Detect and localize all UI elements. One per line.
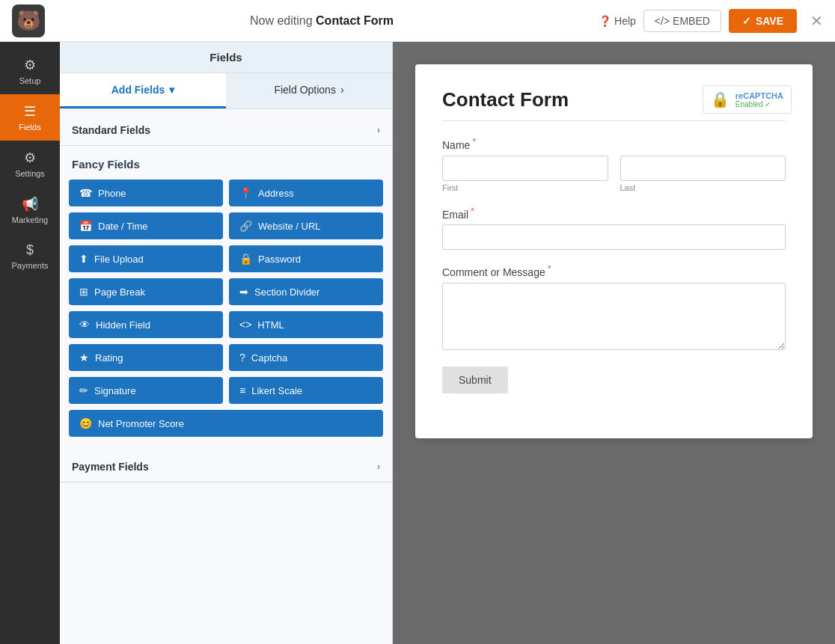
field-btn-phone[interactable]: ☎ Phone — [69, 180, 223, 206]
payment-fields-label: Payment Fields — [72, 461, 149, 473]
embed-label: EMBED — [673, 15, 710, 27]
field-btn-likert-scale[interactable]: ≡ Likert Scale — [229, 377, 383, 404]
logo: 🐻 — [12, 4, 45, 37]
section-divider-label: Section Divider — [254, 286, 319, 298]
net-promoter-score-label: Net Promoter Score — [98, 418, 184, 429]
page-break-label: Page Break — [94, 286, 145, 298]
field-btn-signature[interactable]: ✏ Signature — [69, 377, 223, 404]
payment-fields-section[interactable]: Payment Fields › — [60, 452, 392, 482]
rating-label: Rating — [95, 352, 123, 364]
tab-add-fields[interactable]: Add Fields ▾ — [60, 73, 226, 108]
html-label: HTML — [257, 319, 284, 331]
embed-button[interactable]: </> EMBED — [643, 10, 721, 32]
submit-label: Submit — [459, 374, 492, 386]
fancy-fields-section: Fancy Fields ☎ Phone 📍 Address 📅 Date / … — [60, 146, 392, 443]
name-label: Name * — [442, 136, 786, 151]
close-button[interactable]: ✕ — [810, 12, 823, 30]
preview-area: Contact Form 🔒 reCAPTCHA Enabled ✓ Name … — [393, 42, 835, 644]
field-btn-rating[interactable]: ★ Rating — [69, 344, 223, 371]
signature-icon: ✏ — [79, 384, 88, 396]
sidebar-item-setup-label: Setup — [19, 76, 41, 85]
main-layout: ⚙ Setup ☰ Fields ⚙ Settings 📢 Marketing … — [0, 42, 835, 644]
save-check-icon: ✓ — [742, 15, 751, 27]
tab-field-options[interactable]: Field Options › — [226, 73, 392, 108]
field-btn-net-promoter-score[interactable]: 😊 Net Promoter Score — [69, 410, 383, 437]
sidebar-item-settings-label: Settings — [15, 169, 45, 178]
field-btn-address[interactable]: 📍 Address — [229, 180, 383, 206]
field-btn-html[interactable]: <> HTML — [229, 311, 383, 338]
field-btn-date-time[interactable]: 📅 Date / Time — [69, 212, 223, 239]
help-button[interactable]: ❓ Help — [599, 15, 636, 27]
comment-label: Comment or Message * — [442, 263, 786, 278]
website-icon: 🔗 — [239, 220, 252, 232]
sidebar-item-settings[interactable]: ⚙ Settings — [0, 141, 60, 187]
fields-icon: ☰ — [24, 103, 36, 120]
name-first-sub: First — [442, 183, 608, 192]
comment-textarea[interactable] — [442, 283, 786, 350]
section-divider-icon: ➡ — [239, 286, 248, 298]
comment-label-text: Comment or Message — [442, 266, 545, 278]
form-title-divider — [442, 120, 786, 121]
form-field-comment: Comment or Message * — [442, 263, 786, 353]
page-break-icon: ⊞ — [79, 286, 88, 298]
form-field-email: Email * — [442, 206, 786, 251]
help-icon: ❓ — [599, 15, 611, 27]
form-card: Contact Form 🔒 reCAPTCHA Enabled ✓ Name … — [415, 64, 813, 438]
sidebar-item-setup[interactable]: ⚙ Setup — [0, 48, 60, 94]
field-btn-website-url[interactable]: 🔗 Website / URL — [229, 212, 383, 239]
file-upload-icon: ⬆ — [79, 253, 88, 265]
sidebar-item-fields[interactable]: ☰ Fields — [0, 94, 60, 141]
name-last-input[interactable] — [620, 156, 786, 181]
help-label: Help — [614, 15, 636, 27]
sidebar-item-fields-label: Fields — [19, 123, 40, 132]
fields-tabs: Add Fields ▾ Field Options › — [60, 73, 392, 109]
field-btn-hidden-field[interactable]: 👁 Hidden Field — [69, 311, 223, 338]
fields-panel-header: Fields — [60, 42, 392, 73]
rating-icon: ★ — [79, 352, 89, 364]
fields-content: Standard Fields › Fancy Fields ☎ Phone 📍… — [60, 109, 392, 644]
email-label-text: Email — [442, 208, 468, 220]
field-btn-page-break[interactable]: ⊞ Page Break — [69, 278, 223, 305]
date-icon: 📅 — [79, 220, 92, 232]
sidebar-item-payments[interactable]: $ Payments — [0, 233, 60, 279]
captcha-icon: ? — [239, 352, 245, 364]
submit-button[interactable]: Submit — [442, 367, 508, 393]
website-url-label: Website / URL — [258, 221, 321, 232]
password-icon: 🔒 — [239, 253, 252, 265]
recaptcha-text: reCAPTCHA Enabled ✓ — [735, 91, 783, 108]
address-icon: 📍 — [239, 187, 252, 199]
hidden-field-icon: 👁 — [79, 319, 90, 331]
field-btn-password[interactable]: 🔒 Password — [229, 245, 383, 272]
html-icon: <> — [239, 319, 251, 331]
add-fields-tab-label: Add Fields — [111, 84, 165, 96]
save-button[interactable]: ✓ SAVE — [729, 9, 797, 33]
sidebar-item-marketing-label: Marketing — [12, 215, 48, 224]
sidebar: ⚙ Setup ☰ Fields ⚙ Settings 📢 Marketing … — [0, 42, 60, 644]
address-label: Address — [258, 188, 294, 199]
password-label: Password — [258, 254, 301, 265]
field-btn-section-divider[interactable]: ➡ Section Divider — [229, 278, 383, 305]
field-options-tab-label: Field Options — [274, 84, 335, 96]
name-first-col: First — [442, 156, 608, 192]
sidebar-item-marketing[interactable]: 📢 Marketing — [0, 187, 60, 233]
name-last-col: Last — [620, 156, 786, 192]
form-field-name: Name * First Last — [442, 136, 786, 192]
add-fields-chevron: ▾ — [169, 84, 174, 96]
field-btn-file-upload[interactable]: ⬆ File Upload — [69, 245, 223, 272]
top-bar-actions: ❓ Help </> EMBED ✓ SAVE ✕ — [599, 9, 823, 33]
sidebar-item-payments-label: Payments — [12, 261, 49, 270]
logo-bear-icon: 🐻 — [16, 9, 40, 32]
standard-fields-section[interactable]: Standard Fields › — [60, 115, 392, 146]
email-label: Email * — [442, 206, 786, 221]
fancy-fields-grid: ☎ Phone 📍 Address 📅 Date / Time 🔗 Websit… — [69, 180, 383, 437]
likert-scale-label: Likert Scale — [251, 385, 302, 396]
email-input[interactable] — [442, 224, 786, 250]
name-first-input[interactable] — [442, 156, 608, 181]
recaptcha-status: Enabled ✓ — [735, 100, 783, 108]
signature-label: Signature — [94, 385, 136, 396]
name-required-star: * — [470, 136, 476, 146]
field-btn-captcha[interactable]: ? Captcha — [229, 344, 383, 371]
standard-fields-label: Standard Fields — [72, 124, 150, 136]
comment-required-star: * — [545, 263, 551, 273]
settings-icon: ⚙ — [24, 150, 36, 166]
